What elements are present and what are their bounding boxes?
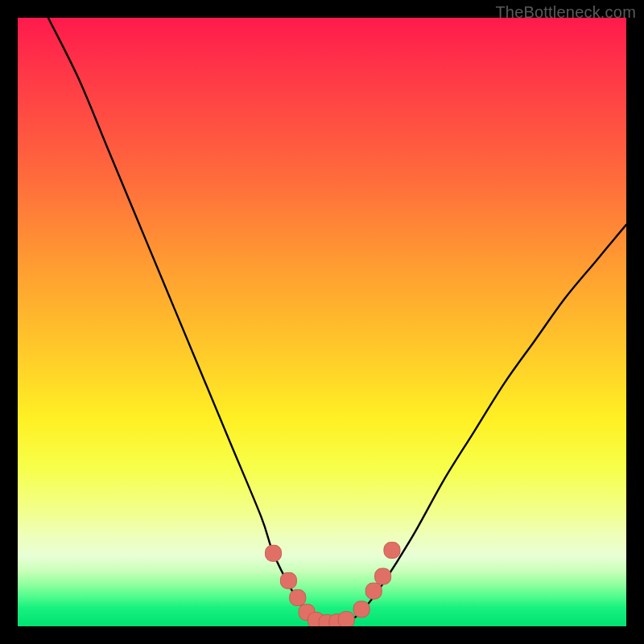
chart-frame: TheBottleneck.com <box>0 0 644 644</box>
curve-marker <box>266 545 282 561</box>
watermark-text: TheBottleneck.com <box>495 3 636 22</box>
curve-marker <box>365 583 382 599</box>
curve-marker <box>384 543 400 559</box>
bottleneck-curve-svg <box>18 18 626 626</box>
bottleneck-curve <box>48 18 626 623</box>
curve-marker <box>338 612 354 626</box>
curve-marker <box>353 601 369 617</box>
curve-marker <box>290 589 306 605</box>
plot-area <box>18 18 626 626</box>
curve-marker <box>280 572 296 588</box>
curve-marker <box>375 568 391 584</box>
